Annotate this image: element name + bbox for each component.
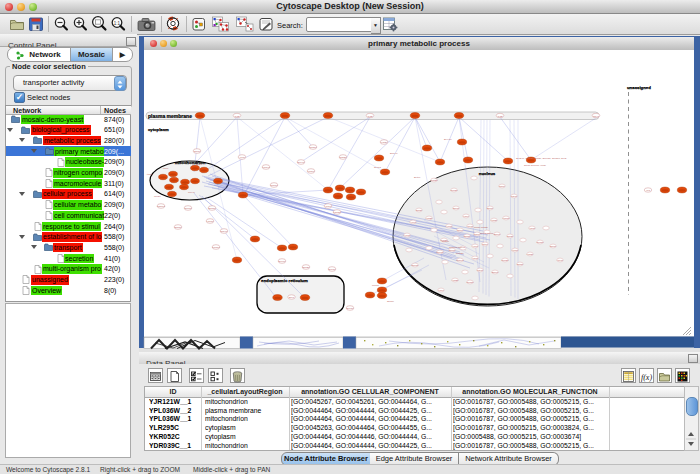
svg-text:Bet1p: Bet1p bbox=[414, 176, 421, 179]
svg-text:Kar2p: Kar2p bbox=[381, 141, 388, 144]
svg-text:Hta1p: Hta1p bbox=[512, 249, 519, 252]
svg-text:Rtt10: Rtt10 bbox=[457, 229, 463, 232]
svg-text:mitochondrion: mitochondrion bbox=[175, 160, 206, 165]
svg-text:pm-a: pm-a bbox=[593, 115, 599, 118]
svg-text:Sth1p: Sth1p bbox=[449, 249, 456, 252]
svg-text:Spt7p: Spt7p bbox=[453, 207, 460, 210]
svg-text:Gcn5p: Gcn5p bbox=[536, 241, 544, 244]
svg-text:Rtt10: Rtt10 bbox=[482, 243, 488, 246]
svg-text:Arp7p: Arp7p bbox=[446, 225, 453, 228]
svg-text:Snc1p: Snc1p bbox=[329, 268, 336, 271]
svg-text:Ssb1p: Ssb1p bbox=[175, 226, 182, 229]
svg-text:Erv41p: Erv41p bbox=[444, 138, 452, 141]
svg-text:Sec1p: Sec1p bbox=[347, 307, 354, 310]
svg-text:1-s2: 1-s2 bbox=[368, 115, 373, 118]
svg-text:Yol1: Yol1 bbox=[646, 189, 651, 192]
svg-text:Rho1p: Rho1p bbox=[270, 184, 278, 187]
svg-text:Abf1p: Abf1p bbox=[529, 227, 536, 230]
svg-text:Spt5p: Spt5p bbox=[517, 263, 524, 266]
svg-text:Sec6p: Sec6p bbox=[279, 260, 286, 263]
svg-text:Sec24p, Sec23p, Sfb3p, Sec13p,: Sec24p, Sec23p, Sfb3p, Sec13p, Sec31p, E… bbox=[516, 157, 567, 160]
svg-text:Emp47: Emp47 bbox=[390, 152, 398, 155]
svg-text:Nhp6a: Nhp6a bbox=[456, 259, 464, 262]
svg-text:Snf7p: Snf7p bbox=[194, 150, 201, 153]
svg-text:Taf1p: Taf1p bbox=[499, 185, 506, 188]
svg-text:Qcr2p: Qcr2p bbox=[154, 195, 161, 198]
svg-text:Mdm1p: Mdm1p bbox=[157, 205, 166, 208]
svg-text:Ero1: Ero1 bbox=[289, 296, 295, 299]
svg-text:Fks1p: Fks1p bbox=[308, 170, 315, 173]
svg-text:Pma1p: Pma1p bbox=[212, 246, 220, 249]
svg-text:Tfg1p: Tfg1p bbox=[477, 269, 484, 272]
svg-text:Ada2p: Ada2p bbox=[426, 217, 434, 220]
svg-text:Swi1p: Swi1p bbox=[494, 233, 501, 236]
svg-text:Htb2p: Htb2p bbox=[527, 253, 534, 256]
svg-text:Sso2p: Sso2p bbox=[303, 266, 310, 269]
svg-text:Vam3p: Vam3p bbox=[333, 211, 341, 214]
svg-text:1-s2: 1-s2 bbox=[235, 115, 240, 118]
svg-text:Ypt7p: Ypt7p bbox=[325, 205, 332, 208]
svg-text:Spt5p: Spt5p bbox=[464, 235, 471, 238]
svg-text:Snf2p: Snf2p bbox=[507, 235, 514, 238]
svg-text:Sth1p: Sth1p bbox=[487, 207, 494, 210]
svg-text:Arp9p: Arp9p bbox=[472, 245, 479, 248]
svg-text:plasma membrane: plasma membrane bbox=[148, 113, 192, 119]
svg-text:Atp2p: Atp2p bbox=[146, 173, 153, 176]
svg-text:Rpl3p Rps2p: Rpl3p Rps2p bbox=[474, 226, 488, 229]
svg-text:Rsc8p: Rsc8p bbox=[437, 251, 444, 254]
svg-text:Hfi1p: Hfi1p bbox=[463, 215, 469, 218]
svg-text:cytoplasm: cytoplasm bbox=[148, 127, 169, 132]
svg-text:Cox4p: Cox4p bbox=[188, 191, 196, 194]
svg-text:Spt7p: Spt7p bbox=[550, 245, 557, 248]
svg-text:Rpl32p: Rpl32p bbox=[456, 252, 464, 255]
svg-text:1:1: 1:1 bbox=[114, 21, 121, 26]
svg-text:Rps11a Rpl16a: Rps11a Rpl16a bbox=[449, 246, 466, 249]
svg-text:Rpb2p: Rpb2p bbox=[430, 179, 438, 182]
svg-text:Vma4p: Vma4p bbox=[262, 166, 270, 169]
svg-text:Sbh1p: Sbh1p bbox=[387, 300, 395, 303]
svg-text:Swi1p: Swi1p bbox=[492, 271, 499, 274]
svg-text:Tom7p: Tom7p bbox=[184, 207, 192, 210]
svg-text:endoplasmic reticulum: endoplasmic reticulum bbox=[261, 278, 308, 283]
svg-text:Sec4p: Sec4p bbox=[298, 161, 305, 164]
svg-text:Ada2p: Ada2p bbox=[452, 279, 460, 282]
svg-text:Atp1p: Atp1p bbox=[162, 167, 169, 170]
svg-text:Hsp7p: Hsp7p bbox=[207, 220, 215, 223]
svg-text:nucleus: nucleus bbox=[479, 171, 496, 176]
svg-text:Htz1p: Htz1p bbox=[467, 225, 474, 228]
svg-text:Gas1p: Gas1p bbox=[309, 146, 317, 149]
svg-text:Akr1p: Akr1p bbox=[239, 156, 246, 159]
svg-text:f(x): f(x) bbox=[641, 373, 652, 382]
svg-text:Hfi1p: Hfi1p bbox=[438, 289, 444, 292]
svg-text:Rpo21: Rpo21 bbox=[450, 189, 458, 192]
svg-text:unassigned: unassigned bbox=[627, 85, 651, 90]
svg-text:Ssa1p: Ssa1p bbox=[209, 207, 216, 210]
svg-text:Arp9p: Arp9p bbox=[410, 221, 417, 224]
svg-text:Snf2p: Snf2p bbox=[416, 209, 423, 212]
svg-text:Pho88: Pho88 bbox=[372, 284, 380, 287]
svg-text:Gcn5p: Gcn5p bbox=[466, 281, 474, 284]
svg-text:Sar1p Sec16p Yip3p: Sar1p Sec16p Yip3p bbox=[524, 164, 546, 167]
svg-text:Chs3p: Chs3p bbox=[340, 156, 348, 159]
svg-text:Arp7p: Arp7p bbox=[404, 234, 411, 237]
svg-text:Htb2p: Htb2p bbox=[491, 219, 498, 222]
svg-text:Cdc4p: Cdc4p bbox=[221, 230, 229, 233]
svg-text:Htz1p: Htz1p bbox=[557, 259, 564, 262]
svg-text:Rsc8p: Rsc8p bbox=[412, 264, 419, 267]
svg-text:1-s2: 1-s2 bbox=[498, 115, 503, 118]
svg-text:Rpl6a,Rpl7a: Rpl6a,Rpl7a bbox=[480, 232, 494, 235]
svg-text:Sec12: Sec12 bbox=[374, 166, 381, 169]
svg-text:Nop1p: Nop1p bbox=[442, 240, 450, 243]
svg-text:Hho1p: Hho1p bbox=[502, 217, 510, 220]
svg-text:Abf1p: Abf1p bbox=[472, 257, 479, 260]
svg-text:Rpo21: Rpo21 bbox=[501, 259, 509, 262]
svg-text:Tfg1p: Tfg1p bbox=[511, 195, 518, 198]
